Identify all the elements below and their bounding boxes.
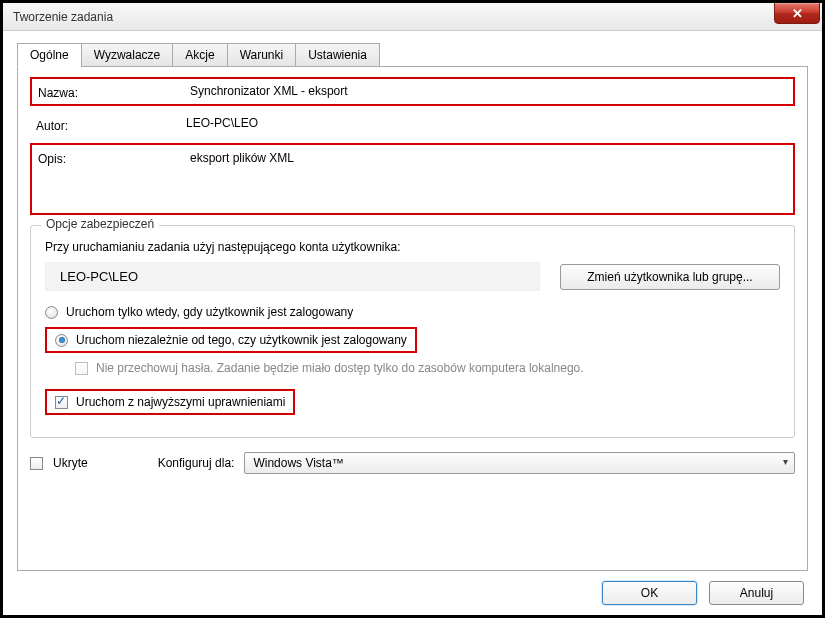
radio-icon	[55, 334, 68, 347]
checkbox-highest-privileges[interactable]: Uruchom z najwyższymi uprawnieniami	[45, 389, 780, 415]
tab-triggers[interactable]: Wyzwalacze	[81, 43, 174, 67]
radio-label-logged-on: Uruchom tylko wtedy, gdy użytkownik jest…	[66, 305, 353, 319]
no-store-pw-label: Nie przechowuj hasła. Zadanie będzie mia…	[96, 361, 584, 375]
radio-run-only-logged-on[interactable]: Uruchom tylko wtedy, gdy użytkownik jest…	[45, 305, 780, 319]
highest-priv-label: Uruchom z najwyższymi uprawnieniami	[76, 395, 285, 409]
tab-actions[interactable]: Akcje	[172, 43, 227, 67]
name-label: Nazwa:	[38, 83, 188, 100]
description-input[interactable]	[188, 149, 787, 195]
cancel-button[interactable]: Anuluj	[709, 581, 804, 605]
hidden-checkbox[interactable]	[30, 457, 43, 470]
window-title: Tworzenie zadania	[13, 10, 113, 24]
description-label: Opis:	[38, 149, 188, 166]
checkbox-icon	[55, 396, 68, 409]
close-button[interactable]: ✕	[774, 2, 820, 24]
tab-strip: Ogólne Wyzwalacze Akcje Warunki Ustawien…	[17, 43, 808, 67]
radio-label-any: Uruchom niezależnie od tego, czy użytkow…	[76, 333, 407, 347]
tab-panel-general: Nazwa: Autor: LEO-PC\LEO Opis: Opcje zab…	[17, 66, 808, 571]
dialog-buttons: OK Anuluj	[17, 571, 808, 605]
account-row: LEO-PC\LEO Zmień użytkownika lub grupę..…	[45, 262, 780, 291]
account-prompt: Przy uruchamianiu zadania użyj następują…	[45, 240, 780, 254]
security-groupbox-title: Opcje zabezpieczeń	[41, 217, 159, 231]
tab-conditions[interactable]: Warunki	[227, 43, 297, 67]
window-body: Ogólne Wyzwalacze Akcje Warunki Ustawien…	[3, 31, 822, 615]
checkbox-no-store-password: Nie przechowuj hasła. Zadanie będzie mia…	[75, 361, 780, 375]
author-value: LEO-PC\LEO	[186, 116, 789, 130]
checkbox-icon	[75, 362, 88, 375]
account-display: LEO-PC\LEO	[45, 262, 540, 291]
author-row: Autor: LEO-PC\LEO	[30, 112, 795, 137]
tab-settings[interactable]: Ustawienia	[295, 43, 380, 67]
tab-general[interactable]: Ogólne	[17, 43, 82, 67]
configure-for-value: Windows Vista™	[253, 456, 343, 470]
radio-icon	[45, 306, 58, 319]
description-row: Opis:	[30, 143, 795, 215]
titlebar: Tworzenie zadania ✕	[3, 3, 822, 31]
name-input[interactable]	[188, 83, 787, 99]
close-icon: ✕	[792, 6, 803, 21]
change-user-button[interactable]: Zmień użytkownika lub grupę...	[560, 264, 780, 290]
author-label: Autor:	[36, 116, 186, 133]
name-row: Nazwa:	[30, 77, 795, 106]
security-groupbox: Opcje zabezpieczeń Przy uruchamianiu zad…	[30, 225, 795, 438]
radio-run-whether-logged-on[interactable]: Uruchom niezależnie od tego, czy użytkow…	[45, 327, 780, 353]
hidden-label: Ukryte	[53, 456, 88, 470]
bottom-row: Ukryte Konfiguruj dla: Windows Vista™	[30, 452, 795, 474]
configure-for-label: Konfiguruj dla:	[158, 456, 235, 470]
configure-for-select[interactable]: Windows Vista™	[244, 452, 795, 474]
ok-button[interactable]: OK	[602, 581, 697, 605]
